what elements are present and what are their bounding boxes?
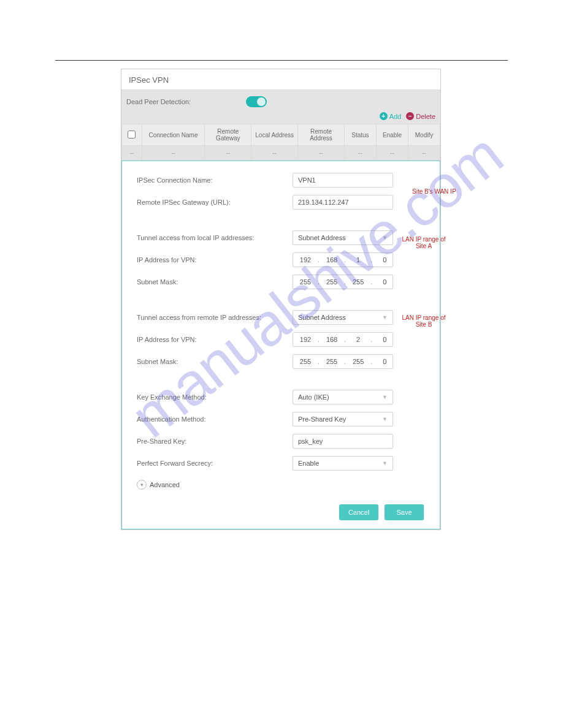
connections-table: Connection Name Remote Gateway Local Add… [121, 124, 440, 161]
ip-local-input[interactable]: . . . [293, 252, 393, 267]
cell: -- [408, 146, 440, 161]
panel-title: IPSec VPN [121, 69, 440, 90]
table-row: -- -- -- -- -- -- -- -- [122, 146, 440, 161]
cancel-button[interactable]: Cancel [339, 504, 378, 520]
chevron-down-icon: ▾ [137, 480, 147, 490]
chevron-down-icon: ▼ [382, 314, 388, 320]
dpd-label: Dead Peer Detection: [126, 98, 191, 105]
kex-select[interactable]: Auto (IKE) ▼ [293, 390, 393, 404]
ip-octet[interactable] [293, 333, 318, 346]
tunnel-local-value: Subnet Address [298, 234, 346, 241]
col-name: Connection Name [142, 124, 205, 146]
advanced-toggle[interactable]: ▾ Advanced [137, 480, 425, 490]
kex-value: Auto (IKE) [298, 393, 329, 401]
mask-local-label: Subnet Mask: [137, 278, 293, 286]
dpd-toggle[interactable] [246, 96, 267, 107]
page-top-rule [55, 60, 508, 61]
add-label: Add [389, 113, 402, 120]
tunnel-remote-select[interactable]: Subnet Address ▼ [293, 310, 393, 325]
remote-gw-label: Remote IPSec Gateway (URL): [137, 199, 293, 206]
ip-octet[interactable] [320, 355, 344, 368]
select-all-checkbox[interactable] [128, 131, 136, 138]
ip-octet[interactable] [346, 253, 370, 267]
col-status: Status [344, 124, 376, 146]
add-button[interactable]: + Add [380, 112, 402, 120]
chevron-down-icon: ▼ [382, 235, 388, 241]
ip-remote-input[interactable]: . . . [293, 332, 393, 347]
ip-local-label: IP Address for VPN: [137, 256, 293, 264]
cell: -- [122, 146, 142, 161]
cell: -- [298, 146, 345, 161]
annotation-lan-a: LAN IP range of Site A [399, 236, 448, 249]
col-remote-gateway: Remote Gateway [205, 124, 251, 146]
cell: -- [251, 146, 298, 161]
ip-octet[interactable] [320, 275, 344, 289]
tunnel-remote-label: Tunnel access from remote IP addresses: [137, 314, 293, 321]
col-checkbox [122, 124, 142, 146]
chevron-down-icon: ▼ [382, 416, 388, 422]
ip-octet[interactable] [293, 355, 318, 368]
cell: -- [376, 146, 408, 161]
ipsec-vpn-panel: IPSec VPN Dead Peer Detection: + Add − D… [121, 69, 441, 530]
col-modify: Modify [408, 124, 440, 146]
delete-label: Delete [416, 113, 435, 120]
advanced-label: Advanced [150, 481, 180, 488]
chevron-down-icon: ▼ [382, 394, 388, 400]
toggle-knob [257, 97, 266, 106]
col-remote-address: Remote Address [298, 124, 345, 146]
dpd-row: Dead Peer Detection: [121, 90, 440, 112]
auth-select[interactable]: Pre-Shared Key ▼ [293, 412, 393, 427]
minus-icon: − [406, 112, 414, 120]
remote-gw-input[interactable] [293, 195, 393, 210]
chevron-down-icon: ▼ [382, 460, 388, 466]
kex-label: Key Exchange Method: [137, 393, 293, 401]
psk-input[interactable] [293, 434, 393, 449]
pfs-value: Enable [298, 460, 319, 467]
ip-octet[interactable] [346, 275, 370, 289]
cell: -- [344, 146, 376, 161]
ip-octet[interactable] [372, 253, 393, 267]
delete-button[interactable]: − Delete [406, 112, 435, 120]
cell: -- [205, 146, 251, 161]
vpn-form: IPSec Connection Name: Remote IPSec Gate… [121, 161, 440, 529]
tunnel-local-select[interactable]: Subnet Address ▼ [293, 230, 393, 245]
auth-value: Pre-Shared Key [298, 415, 346, 423]
tunnel-remote-value: Subnet Address [298, 314, 346, 321]
plus-icon: + [380, 112, 388, 120]
ip-octet[interactable] [320, 333, 344, 346]
conn-name-label: IPSec Connection Name: [137, 176, 293, 184]
mask-local-input[interactable]: . . . [293, 275, 393, 289]
mask-remote-label: Subnet Mask: [137, 358, 293, 365]
ip-octet[interactable] [346, 355, 370, 368]
annotation-lan-b: LAN IP range of Site B [399, 314, 448, 328]
table-actions: + Add − Delete [121, 112, 440, 124]
ip-octet[interactable] [293, 253, 318, 267]
form-buttons: Cancel Save [137, 501, 425, 521]
save-button[interactable]: Save [385, 504, 424, 520]
pfs-label: Perfect Forward Secrecy: [137, 460, 293, 467]
panel-controls-band: Dead Peer Detection: + Add − Delete Conn… [121, 90, 440, 161]
auth-label: Authentication Method: [137, 415, 293, 423]
ip-octet[interactable] [372, 333, 393, 346]
mask-remote-input[interactable]: . . . [293, 354, 393, 369]
cell: -- [142, 146, 205, 161]
col-local-address: Local Address [251, 124, 298, 146]
ip-octet[interactable] [346, 333, 370, 346]
ip-octet[interactable] [372, 355, 393, 368]
ip-octet[interactable] [320, 253, 344, 267]
ip-octet[interactable] [372, 275, 393, 289]
ip-octet[interactable] [293, 275, 318, 289]
conn-name-input[interactable] [293, 173, 393, 188]
tunnel-local-label: Tunnel access from local IP addresses: [137, 234, 293, 241]
annotation-siteb-wan: Site B's WAN IP [412, 188, 456, 195]
ip-remote-label: IP Address for VPN: [137, 336, 293, 343]
col-enable: Enable [376, 124, 408, 146]
psk-label: Pre-Shared Key: [137, 438, 293, 445]
pfs-select[interactable]: Enable ▼ [293, 456, 393, 471]
